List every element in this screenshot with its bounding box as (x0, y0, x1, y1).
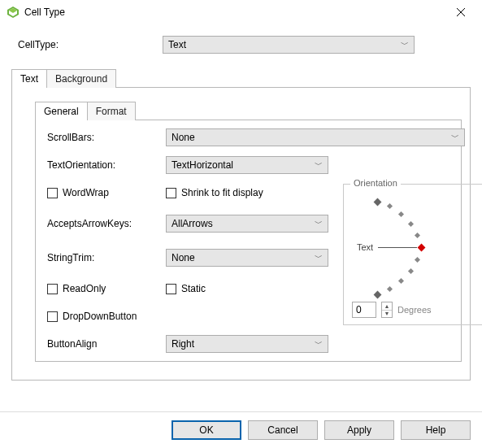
dropdownbutton-label: DropDownButton (63, 311, 137, 322)
chevron-down-icon: ﹀ (315, 252, 323, 263)
celltype-row: CellType: Text ﹀ (11, 29, 471, 65)
footer-separator (0, 411, 482, 412)
help-button[interactable]: Help (401, 420, 471, 440)
textorientation-label: TextOrientation: (47, 159, 161, 171)
acceptsarrowkeys-value: AllArrows (172, 218, 213, 229)
shrinktofit-label: Shrink to fit display (181, 187, 263, 198)
stringtrim-label: StringTrim: (47, 252, 161, 263)
apply-button[interactable]: Apply (324, 420, 394, 440)
chevron-down-icon: ﹀ (315, 159, 323, 171)
close-button[interactable] (446, 1, 475, 24)
degrees-value: 0 (356, 304, 362, 315)
scrollbars-label: ScrollBars: (47, 132, 161, 143)
wordwrap-checkbox[interactable]: WordWrap (47, 187, 161, 198)
app-icon (7, 6, 20, 19)
orientation-fieldset: Orientation Text (343, 184, 482, 325)
checkbox-box (166, 284, 176, 294)
shrinktofit-checkbox[interactable]: Shrink to fit display (166, 187, 328, 198)
buttonalign-label: ButtonAlign (47, 338, 161, 350)
degrees-spin-buttons[interactable]: ▲ ▼ (381, 302, 393, 318)
cancel-button[interactable]: Cancel (248, 420, 318, 440)
dialog-content: CellType: Text ﹀ Text Background General… (0, 24, 482, 381)
static-checkbox[interactable]: Static (166, 283, 328, 294)
checkbox-box (166, 188, 176, 198)
textorientation-value: TextHorizontal (172, 159, 233, 171)
wordwrap-label: WordWrap (63, 187, 109, 198)
orientation-legend: Orientation (350, 178, 401, 188)
celltype-select[interactable]: Text ﹀ (163, 36, 415, 54)
acceptsarrowkeys-select[interactable]: AllArrows ﹀ (166, 215, 328, 233)
dialog-footer: OK Cancel Apply Help (172, 420, 471, 440)
buttonalign-select[interactable]: Right ﹀ (166, 335, 328, 353)
ok-button[interactable]: OK (172, 420, 241, 440)
spin-up-icon: ▲ (382, 302, 392, 311)
chevron-down-icon: ﹀ (401, 39, 409, 50)
degrees-spinner: 0 ▲ ▼ Degrees (352, 302, 479, 318)
checkbox-box (47, 284, 58, 294)
degrees-label: Degrees (397, 305, 432, 315)
sub-tabs: General Format ScrollBars: None ﹀ TextOr… (35, 101, 462, 362)
chevron-down-icon: ﹀ (315, 218, 323, 229)
spin-down-icon: ▼ (382, 311, 392, 318)
subtab-pane-general: ScrollBars: None ﹀ TextOrientation: Text… (35, 120, 462, 362)
chevron-down-icon: ﹀ (315, 338, 323, 350)
tab-text[interactable]: Text (11, 69, 47, 88)
readonly-checkbox[interactable]: ReadOnly (47, 283, 161, 294)
tab-pane-text: General Format ScrollBars: None ﹀ TextOr… (11, 87, 471, 381)
celltype-label: CellType: (16, 39, 163, 50)
orientation-fieldset-cell: Orientation Text (333, 184, 482, 325)
main-tabs: Text Background General Format ScrollBar… (11, 68, 471, 381)
window-title: Cell Type (24, 7, 446, 18)
orientation-text-label: Text (357, 242, 373, 252)
stringtrim-value: None (172, 252, 195, 263)
subtab-format[interactable]: Format (87, 102, 136, 120)
buttonalign-value: Right (172, 338, 194, 350)
orientation-current-angle (418, 244, 426, 252)
titlebar: Cell Type (0, 0, 482, 24)
subtab-general[interactable]: General (35, 102, 88, 120)
scrollbars-select[interactable]: None ﹀ (166, 128, 465, 146)
orientation-dial[interactable]: Text (352, 198, 482, 295)
tab-background[interactable]: Background (46, 69, 116, 88)
textorientation-select[interactable]: TextHorizontal ﹀ (166, 156, 328, 174)
chevron-down-icon: ﹀ (451, 132, 459, 143)
dropdownbutton-checkbox[interactable]: DropDownButton (47, 311, 161, 322)
static-label: Static (181, 283, 206, 294)
degrees-input[interactable]: 0 (352, 302, 376, 318)
celltype-value: Text (168, 39, 186, 50)
scrollbars-value: None (172, 132, 195, 143)
orientation-indicator-line (378, 247, 417, 248)
stringtrim-select[interactable]: None ﹀ (166, 249, 328, 267)
checkbox-box (47, 188, 58, 198)
checkbox-box (47, 311, 58, 322)
close-icon (457, 8, 465, 16)
acceptsarrowkeys-label: AcceptsArrowKeys: (47, 218, 161, 229)
readonly-label: ReadOnly (63, 283, 106, 294)
